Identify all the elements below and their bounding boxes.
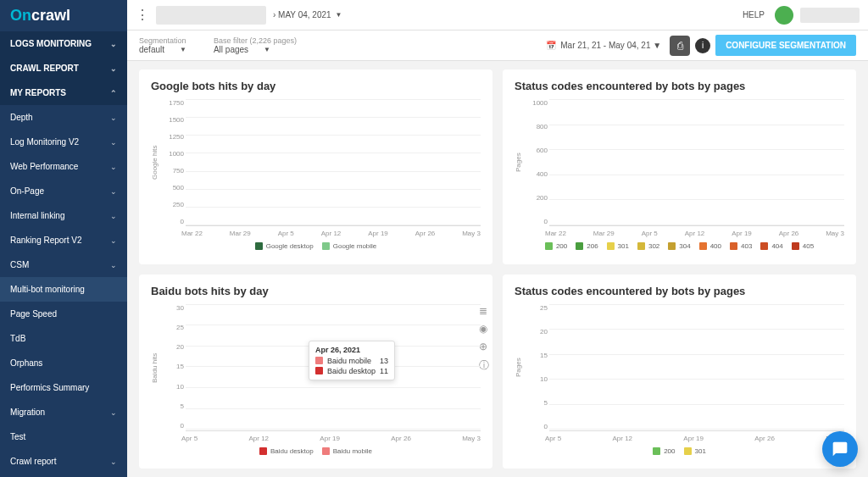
base-filter-select[interactable]: All pages▼ xyxy=(214,45,285,54)
caret-down-icon: ▼ xyxy=(180,46,186,53)
legend-item[interactable]: 206 xyxy=(576,242,598,250)
avatar[interactable] xyxy=(775,6,793,25)
configure-segmentation-button[interactable]: CONFIGURE SEGMENTATION xyxy=(715,35,856,56)
chart-title: Status codes encountered by bots by page… xyxy=(515,285,844,297)
legend-item[interactable]: 403 xyxy=(730,242,752,250)
nav-my-reports[interactable]: MY REPORTS⌃ xyxy=(0,80,127,105)
project-selector[interactable] xyxy=(156,6,266,25)
more-icon[interactable]: ⋮ xyxy=(136,7,149,23)
logo: Oncrawl xyxy=(0,0,127,31)
legend-item[interactable]: 400 xyxy=(699,242,721,250)
sidebar-item-ranking-report-v2[interactable]: Ranking Report V2⌄ xyxy=(0,228,127,252)
caret-down-icon: ▼ xyxy=(264,46,270,53)
sidebar-item-crawl-report[interactable]: Crawl report⌄ xyxy=(0,449,127,474)
base-filter-label: Base filter (2,226 pages) xyxy=(214,36,297,45)
legend-item[interactable]: 404 xyxy=(760,242,782,250)
chevron-down-icon: ⌄ xyxy=(110,236,117,245)
sidebar-item-migration[interactable]: Migration⌄ xyxy=(0,400,127,424)
chart-plot[interactable]: 2520151050 xyxy=(549,304,844,431)
legend-item[interactable]: 302 xyxy=(637,242,659,250)
topbar: ⋮ › MAY 04, 2021▼ HELP xyxy=(127,0,868,31)
chart-plot[interactable]: 302520151050 xyxy=(186,304,481,431)
chevron-down-icon: ⌄ xyxy=(110,64,117,73)
chart-title: Google bots hits by day xyxy=(151,80,481,92)
chart-plot[interactable]: 17501500125010007505002500 xyxy=(186,99,481,226)
legend-item[interactable]: 405 xyxy=(792,242,814,250)
caret-down-icon: ▼ xyxy=(653,41,661,50)
sidebar-item-csm[interactable]: CSM⌄ xyxy=(0,252,127,277)
sidebar-item-web-performance[interactable]: Web Performance⌄ xyxy=(0,154,127,179)
segmentation-label: Segmentation xyxy=(139,36,198,45)
chat-fab[interactable] xyxy=(822,431,858,467)
chevron-down-icon: ⌄ xyxy=(110,163,117,171)
sidebar-item-multi-bot-monitoring[interactable]: Multi-bot monitoring xyxy=(0,277,127,302)
sidebar-item-tdb[interactable]: TdB xyxy=(0,326,127,351)
sidebar-item-orphans[interactable]: Orphans xyxy=(0,351,127,375)
chart-card-google_status: Status codes encountered by bots by page… xyxy=(503,69,856,264)
chevron-down-icon: ⌄ xyxy=(110,408,117,417)
sidebar-item-performics-summary[interactable]: Performics Summary xyxy=(0,375,127,400)
user-menu[interactable] xyxy=(800,8,860,23)
nav-crawl-report[interactable]: CRAWL REPORT⌄ xyxy=(0,56,127,80)
y-axis-label: Pages xyxy=(515,99,522,226)
date-range-picker[interactable]: 📅Mar 21, 21 - May 04, 21 ▼ xyxy=(546,41,661,50)
sidebar-item-internal-linking[interactable]: Internal linking⌄ xyxy=(0,203,127,228)
chart-card-google_hits: Google bots hits by dayGoogle hits175015… xyxy=(139,69,492,264)
legend-item[interactable]: Google mobile xyxy=(322,242,377,250)
filter-bar: Segmentation default▼ Base filter (2,226… xyxy=(127,31,868,61)
info-icon[interactable]: i xyxy=(695,38,710,53)
chevron-down-icon: ⌄ xyxy=(110,458,117,466)
y-axis-label: Pages xyxy=(515,304,522,431)
date-selector[interactable]: › MAY 04, 2021▼ xyxy=(273,10,342,19)
chart-title: Status codes encountered by bots by page… xyxy=(515,80,844,92)
sidebar-item-page-speed[interactable]: Page Speed xyxy=(0,302,127,326)
chevron-down-icon: ⌄ xyxy=(110,138,117,147)
chevron-up-icon: ⌃ xyxy=(110,89,117,97)
legend-item[interactable]: 304 xyxy=(668,242,690,250)
chevron-down-icon: ⌄ xyxy=(110,114,117,122)
chart-plot[interactable]: 10008006004002000 xyxy=(549,99,844,226)
chart-card-baidu_status: Status codes encountered by bots by page… xyxy=(503,275,856,469)
chevron-down-icon: ⌄ xyxy=(110,40,117,48)
sidebar-item-on-page[interactable]: On-Page⌄ xyxy=(0,179,127,203)
help-link[interactable]: HELP xyxy=(743,10,765,19)
chart-card-baidu_hits: Baidu bots hits by day≣◉⊕ⓘBaidu hits3025… xyxy=(139,275,492,469)
y-axis-label: Baidu hits xyxy=(151,304,159,431)
chevron-down-icon: ⌄ xyxy=(110,212,117,220)
chevron-down-icon: ⌄ xyxy=(110,261,117,269)
export-button[interactable]: ⎙ xyxy=(670,36,690,56)
legend-item[interactable]: 301 xyxy=(607,242,629,250)
legend: Google desktopGoogle mobile xyxy=(151,242,481,250)
legend-item[interactable]: 301 xyxy=(684,447,706,455)
sidebar-item-log-monitoring-v2[interactable]: Log Monitoring V2⌄ xyxy=(0,130,127,154)
legend-item[interactable]: Google desktop xyxy=(255,242,314,250)
sidebar-item-depth[interactable]: Depth⌄ xyxy=(0,105,127,130)
legend: 200301 xyxy=(515,447,844,455)
sidebar-item-test[interactable]: Test xyxy=(0,424,127,449)
nav-logs-monitoring[interactable]: LOGS MONITORING⌄ xyxy=(0,31,127,56)
segmentation-select[interactable]: default▼ xyxy=(139,45,186,54)
legend-item[interactable]: Baidu desktop xyxy=(259,447,314,455)
calendar-icon: 📅 xyxy=(546,41,556,50)
sidebar: Oncrawl LOGS MONITORING⌄ CRAWL REPORT⌄ M… xyxy=(0,0,127,477)
legend-item[interactable]: Baidu mobile xyxy=(322,447,372,455)
caret-down-icon: ▼ xyxy=(336,11,342,19)
chevron-down-icon: ⌄ xyxy=(110,187,117,196)
legend: 200206301302304400403404405 xyxy=(515,242,844,250)
chart-title: Baidu bots hits by day xyxy=(151,285,481,297)
legend-item[interactable]: 200 xyxy=(653,447,675,455)
legend-item[interactable]: 200 xyxy=(545,242,567,250)
legend: Baidu desktopBaidu mobile xyxy=(151,447,481,455)
y-axis-label: Google hits xyxy=(151,99,159,226)
